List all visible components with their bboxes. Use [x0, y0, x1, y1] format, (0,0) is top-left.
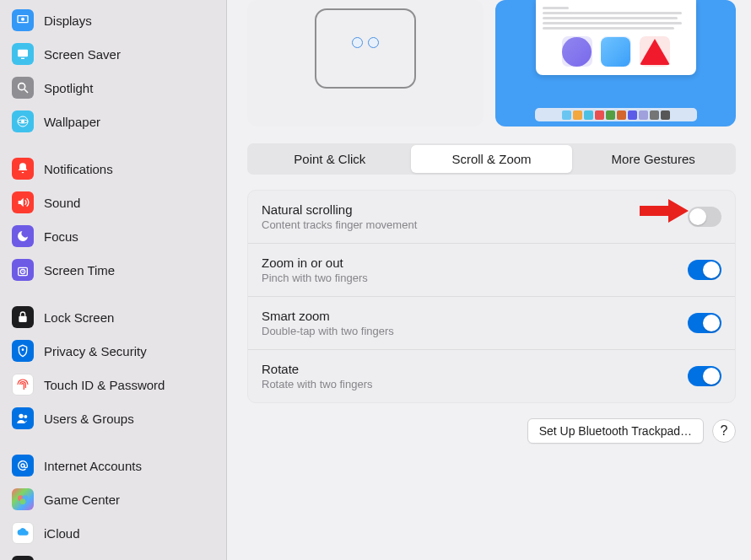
bell-icon [12, 158, 34, 180]
setting-row-zoom-in-or-out: Zoom in or outPinch with two fingers [248, 244, 735, 297]
svg-point-6 [21, 120, 24, 123]
spotlight-icon [12, 77, 34, 99]
dock-icon [535, 108, 697, 121]
sidebar-item-screen-saver[interactable]: Screen Saver [7, 37, 219, 71]
sidebar-item-focus[interactable]: Focus [7, 219, 219, 253]
sidebar-item-label: Internet Accounts [44, 459, 142, 473]
sidebar-item-spotlight[interactable]: Spotlight [7, 71, 219, 105]
footer-row: Set Up Bluetooth Trackpad… ? [247, 418, 736, 444]
tab-scroll-zoom[interactable]: Scroll & Zoom [411, 145, 573, 173]
screentime-icon [12, 259, 34, 281]
sidebar-item-label: Focus [44, 229, 78, 244]
sidebar-item-game-center[interactable]: Game Center [7, 482, 219, 516]
sidebar-item-label: Screen Time [44, 263, 115, 277]
sidebar-item-label: Users & Groups [44, 412, 134, 426]
screensaver-icon [12, 43, 34, 65]
sidebar-item-touch-id-password[interactable]: Touch ID & Password [7, 368, 219, 401]
preview-row [247, 0, 736, 127]
setting-subtitle: Double-tap with two fingers [262, 325, 688, 337]
svg-point-12 [22, 348, 24, 351]
toggle-zoom-in-or-out[interactable] [688, 260, 721, 280]
trackpad-preview [247, 0, 484, 127]
setting-title: Rotate [262, 362, 688, 376]
setting-row-natural-scrolling: Natural scrollingContent tracks finger m… [248, 191, 735, 244]
sidebar-item-label: iCloud [44, 526, 80, 541]
lock-icon [12, 306, 34, 328]
tab-point-click[interactable]: Point & Click [249, 145, 411, 173]
fingerprint-icon [12, 374, 34, 396]
sidebar-item-wallpaper[interactable]: Wallpaper [7, 105, 219, 138]
main-content: Point & ClickScroll & ZoomMore Gestures … [227, 0, 751, 560]
svg-rect-2 [18, 50, 28, 57]
setting-subtitle: Rotate with two fingers [262, 378, 688, 390]
at-icon [12, 455, 34, 477]
toggle-smart-zoom[interactable] [688, 313, 721, 333]
svg-point-14 [24, 415, 27, 418]
svg-line-5 [24, 89, 28, 93]
sidebar-item-label: Sound [44, 196, 80, 210]
svg-point-18 [20, 498, 26, 504]
sidebar-item-lock-screen[interactable]: Lock Screen [7, 300, 219, 334]
trackpad-outline-icon [315, 8, 416, 89]
preview-window [536, 0, 696, 75]
sidebar-item-label: Notifications [44, 162, 113, 176]
sidebar-item-sound[interactable]: Sound [7, 186, 219, 219]
desktop-preview [495, 0, 736, 127]
sidebar-item-label: Spotlight [44, 81, 93, 95]
sidebar-item-label: Lock Screen [44, 310, 114, 325]
icloud-icon [12, 522, 34, 544]
sound-icon [12, 191, 34, 213]
sidebar-item-notifications[interactable]: Notifications [7, 152, 219, 186]
sidebar-item-label: Game Center [44, 493, 120, 507]
toggle-rotate[interactable] [688, 366, 721, 386]
setting-title: Natural scrolling [262, 202, 688, 217]
setting-title: Zoom in or out [262, 256, 688, 270]
sidebar-item-wallet-apple-pay[interactable]: Wallet & Apple Pay [7, 550, 219, 560]
tab-more-gestures[interactable]: More Gestures [572, 145, 734, 173]
setting-row-rotate: RotateRotate with two fingers [248, 350, 735, 402]
sidebar-item-screen-time[interactable]: Screen Time [7, 253, 219, 287]
svg-point-13 [19, 414, 23, 418]
settings-list: Natural scrollingContent tracks finger m… [247, 190, 736, 403]
svg-rect-11 [19, 316, 26, 322]
segmented-control: Point & ClickScroll & ZoomMore Gestures [247, 143, 736, 175]
toggle-natural-scrolling[interactable] [688, 207, 721, 227]
gamecenter-icon [12, 488, 34, 510]
help-button[interactable]: ? [712, 419, 736, 443]
sidebar-item-displays[interactable]: Displays [7, 3, 219, 37]
sidebar-item-icloud[interactable]: iCloud [7, 516, 219, 550]
setting-title: Smart zoom [262, 309, 688, 323]
sidebar-item-label: Wallpaper [44, 115, 100, 129]
users-icon [12, 407, 34, 429]
sidebar: DisplaysScreen SaverSpotlightWallpaperNo… [0, 0, 227, 560]
sidebar-item-label: Privacy & Security [44, 344, 147, 358]
shield-icon [12, 340, 34, 362]
svg-rect-3 [21, 58, 24, 59]
sidebar-item-label: Displays [44, 13, 92, 28]
setting-subtitle: Pinch with two fingers [262, 272, 688, 284]
sidebar-item-label: Screen Saver [44, 47, 121, 62]
wallpaper-icon [12, 110, 34, 132]
sidebar-item-privacy-security[interactable]: Privacy & Security [7, 334, 219, 368]
setting-subtitle: Content tracks finger movement [262, 218, 688, 231]
displays-icon [12, 9, 34, 31]
focus-icon [12, 225, 34, 247]
setup-bluetooth-button[interactable]: Set Up Bluetooth Trackpad… [527, 418, 704, 444]
svg-point-4 [19, 83, 25, 90]
wallet-icon [12, 556, 34, 560]
setting-row-smart-zoom: Smart zoomDouble-tap with two fingers [248, 297, 735, 350]
sidebar-item-internet-accounts[interactable]: Internet Accounts [7, 449, 219, 482]
svg-point-1 [21, 18, 24, 21]
sidebar-item-label: Touch ID & Password [44, 378, 165, 392]
sidebar-item-users-groups[interactable]: Users & Groups [7, 401, 219, 435]
